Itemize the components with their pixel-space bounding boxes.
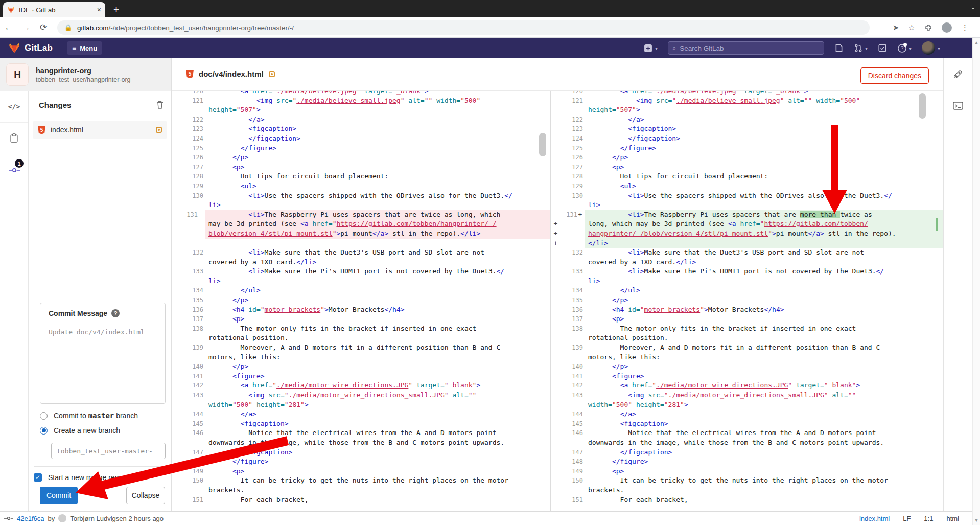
share-icon[interactable]: ➤ — [893, 23, 899, 32]
code-line[interactable]: 127 <p> — [551, 163, 943, 172]
code-line[interactable]: 131+ <li>The Raspberry Pi uses spacers t… — [551, 210, 943, 220]
code-line[interactable]: -blob/version_4/stl/pi_mount.stl">pi_mou… — [172, 229, 550, 239]
code-line[interactable]: brackets. — [551, 486, 943, 495]
code-line[interactable]: 128 Hot tips for circuit board placement… — [551, 172, 943, 181]
code-line[interactable]: brackets. — [172, 486, 550, 495]
code-line[interactable]: downwards in the image, while those from… — [551, 438, 943, 448]
code-line[interactable]: 150 It can be tricky to get the nuts int… — [551, 476, 943, 486]
browser-profile-avatar[interactable] — [942, 22, 952, 33]
code-line[interactable]: 136 <h4 id="motor_brackets">Motor Bracke… — [551, 305, 943, 315]
diff-original-pane[interactable]: 120 <a href="./media/believe.jpeg" targe… — [172, 91, 551, 511]
code-line[interactable]: 137 <p> — [551, 314, 943, 324]
code-line[interactable]: 148 </figure> — [172, 457, 550, 467]
code-line[interactable]: 148 </figure> — [551, 457, 943, 467]
code-line[interactable]: 143 <img src="./media/motor_wire_directi… — [551, 391, 943, 400]
code-line[interactable]: 132 <li>Make sure that the Duet3's USB p… — [172, 248, 550, 258]
cursor-position[interactable]: 1:1 — [924, 515, 933, 522]
code-line[interactable]: 149 <p> — [551, 467, 943, 476]
issues-icon[interactable] — [834, 43, 844, 53]
project-avatar[interactable]: H — [6, 63, 29, 86]
code-line[interactable]: 147 </figcaption> — [551, 448, 943, 458]
menu-button[interactable]: ≡ Menu — [67, 41, 102, 55]
code-line[interactable]: -may be 3d printed (see <a href="https:/… — [172, 219, 550, 229]
commit-button[interactable]: Commit — [40, 487, 78, 504]
new-tab-button[interactable]: + — [113, 4, 119, 15]
code-line[interactable]: 144 </a> — [551, 409, 943, 419]
code-line[interactable]: 120 <a href="./media/believe.jpeg" targe… — [551, 91, 943, 96]
code-line[interactable]: 135 </p> — [551, 295, 943, 305]
latest-commit-link[interactable]: 42e1f6ca — [17, 515, 44, 522]
help-dropdown[interactable]: ? ▾ — [897, 43, 912, 53]
code-line[interactable]: 124 </figcaption> — [172, 134, 550, 144]
code-line[interactable]: 139 Moreover, A and D motors fit in a di… — [551, 343, 943, 353]
code-line[interactable]: 123 <figcaption> — [172, 124, 550, 134]
code-line[interactable]: 128 Hot tips for circuit board placement… — [172, 172, 550, 181]
code-line[interactable]: motors, like this: — [172, 353, 550, 362]
code-line[interactable]: height="507"> — [172, 105, 550, 115]
code-line[interactable]: 137 <p> — [172, 314, 550, 324]
code-line[interactable] — [172, 239, 550, 248]
code-line[interactable]: 151 For each bracket, — [551, 495, 943, 505]
diff-modified-pane[interactable]: 120 <a href="./media/believe.jpeg" targe… — [551, 91, 943, 511]
scroll-up-icon[interactable]: ▲ — [973, 40, 980, 45]
code-line[interactable]: rotational position. — [551, 333, 943, 343]
rail-edit-tab[interactable]: </> — [0, 91, 28, 123]
code-line[interactable]: 130 <li>Use the spacers shipped with the… — [172, 191, 550, 201]
bookmark-star-icon[interactable]: ☆ — [908, 23, 915, 32]
code-line[interactable]: 131- <li>The Raspberry Pi uses spacers t… — [172, 210, 550, 220]
code-line[interactable]: 138 The motor only fits in the bracket i… — [172, 324, 550, 334]
code-line[interactable]: downwards in the image, while those from… — [172, 438, 550, 448]
create-new-branch-option[interactable]: Create a new branch — [40, 426, 120, 435]
code-line[interactable]: 145 <figcaption> — [551, 419, 943, 429]
code-line[interactable]: li> — [551, 277, 943, 286]
code-line[interactable]: 125 </figure> — [172, 144, 550, 153]
code-line[interactable]: 140 </p> — [551, 362, 943, 372]
code-line[interactable]: 139 Moreover, A and D motors fit in a di… — [172, 343, 550, 353]
code-line[interactable]: 143 <img src="./media/motor_wire_directi… — [172, 391, 550, 400]
terminal-tab[interactable] — [944, 90, 972, 122]
code-line[interactable]: 127 <p> — [172, 163, 550, 172]
code-line[interactable]: 142 <a href="./media/motor_wire_directio… — [551, 381, 943, 391]
code-line[interactable]: 132 <li>Make sure that the Duet3's USB p… — [551, 248, 943, 258]
code-line[interactable]: 122 </a> — [172, 115, 550, 125]
code-line[interactable]: 125 </figure> — [551, 144, 943, 153]
code-line[interactable]: 140 </p> — [172, 362, 550, 372]
gitlab-brand[interactable]: GitLab — [8, 42, 53, 54]
code-line[interactable]: 120 <a href="./media/believe.jpeg" targe… — [172, 91, 550, 96]
search-input[interactable]: ⌕ Search GitLab — [668, 41, 824, 55]
code-line[interactable]: covered by a 1XD card.</li> — [172, 258, 550, 267]
start-merge-request-option[interactable]: ✓ Start a new merge request — [34, 473, 167, 482]
left-pane-scrollbar[interactable] — [539, 133, 546, 156]
code-line[interactable]: 124 </figcaption> — [551, 134, 943, 144]
code-line[interactable]: 121 <img src="./media/believe_small.jpeg… — [172, 96, 550, 106]
code-line[interactable]: li> — [551, 200, 943, 210]
code-line[interactable]: rotational position. — [172, 333, 550, 343]
discard-changes-button[interactable]: Discard changes — [860, 67, 929, 84]
browser-menu-icon[interactable]: ⋮ — [961, 23, 969, 32]
code-line[interactable]: 123 <figcaption> — [551, 124, 943, 134]
eol-indicator[interactable]: LF — [903, 515, 911, 522]
code-line[interactable]: width="500" height="281"> — [172, 400, 550, 410]
code-line[interactable]: 135 </p> — [172, 295, 550, 305]
changed-file-row[interactable]: 5 index.html — [33, 121, 167, 139]
branch-name-input[interactable]: tobben_test_user-master- — [51, 443, 166, 459]
url-bar[interactable]: 🔒 gitlab.com/-/ide/project/tobben_test_u… — [57, 20, 870, 35]
code-line[interactable]: 133 <li>Make sure the Pi's HDMI1 port is… — [172, 267, 550, 277]
code-line[interactable]: 151 For each bracket, — [172, 495, 550, 505]
code-line[interactable]: 129 <ul> — [172, 181, 550, 191]
help-icon[interactable]: ? — [111, 309, 120, 317]
code-line[interactable]: 141 <figure> — [551, 372, 943, 381]
window-chevron-icon[interactable]: ⌄ — [970, 3, 976, 11]
code-line[interactable]: 130 <li>Use the spacers shipped with the… — [551, 191, 943, 201]
code-line[interactable]: 146 Notice that the electrical wires fro… — [551, 428, 943, 438]
code-line[interactable]: 121 <img src="./media/believe_small.jpeg… — [551, 96, 943, 106]
rail-review-tab[interactable] — [0, 123, 28, 154]
language-mode[interactable]: html — [946, 515, 959, 522]
code-line[interactable]: 129 <ul> — [551, 181, 943, 191]
code-line[interactable]: 144 </a> — [172, 409, 550, 419]
merge-requests-dropdown[interactable]: ▾ — [854, 43, 868, 53]
commit-message-input[interactable]: Update doc/v4/index.html — [40, 322, 165, 336]
new-dropdown[interactable]: ▾ — [644, 44, 658, 53]
code-line[interactable]: 134 </ul> — [172, 286, 550, 295]
code-line[interactable]: height="507"> — [551, 105, 943, 115]
